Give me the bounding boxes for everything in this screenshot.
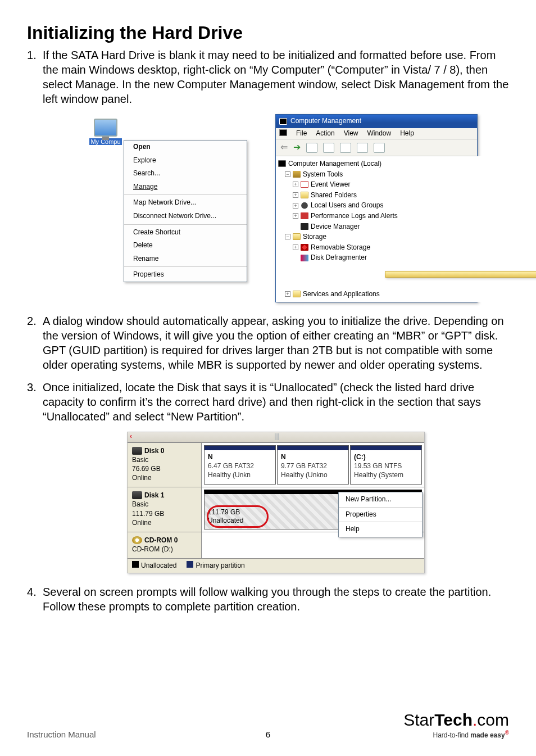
computer-icon bbox=[278, 160, 286, 167]
menu-delete[interactable]: Delete bbox=[124, 239, 247, 252]
folder-icon bbox=[301, 192, 308, 198]
expand-icon[interactable]: + bbox=[293, 245, 298, 250]
tree-shared-folders[interactable]: +Shared Folders bbox=[278, 190, 536, 201]
highlight-circle bbox=[207, 505, 269, 528]
tree-df-label: Disk Defragmenter bbox=[311, 252, 367, 263]
collapse-icon[interactable]: − bbox=[285, 234, 290, 239]
menu-disconnect-drive[interactable]: Disconnect Network Drive... bbox=[124, 210, 247, 223]
tree-systools-label: System Tools bbox=[303, 169, 343, 180]
storage-icon bbox=[293, 233, 301, 240]
menu-open[interactable]: Open bbox=[124, 141, 247, 154]
toolbar-button-4[interactable] bbox=[357, 143, 368, 153]
partition-0c[interactable]: (C:)19.53 GB NTFSHealthy (System bbox=[350, 445, 422, 485]
tree-panel: Computer Management (Local) −System Tool… bbox=[276, 156, 536, 302]
disk-icon bbox=[132, 491, 142, 499]
menu-help[interactable]: Help bbox=[400, 129, 414, 138]
disk0-header[interactable]: Disk 0 Basic 76.69 GB Online bbox=[128, 443, 202, 487]
toolbar-button-1[interactable] bbox=[306, 143, 317, 153]
tree-services[interactable]: +Services and Applications bbox=[278, 289, 536, 300]
menu-properties[interactable]: Properties bbox=[124, 268, 247, 282]
menu-rename[interactable]: Rename bbox=[124, 252, 247, 266]
menu-manage[interactable]: Manage bbox=[124, 180, 247, 194]
context-menu: Open Explore Search... Manage Map Networ… bbox=[124, 140, 247, 282]
cdrom-sub: CD-ROM (D:) bbox=[132, 545, 197, 554]
menu-window[interactable]: Window bbox=[367, 129, 392, 138]
page-number: 6 bbox=[266, 730, 270, 739]
tree-perf-logs[interactable]: +Performance Logs and Alerts bbox=[278, 211, 536, 221]
back-icon[interactable]: ⇐ bbox=[280, 142, 288, 153]
disk0-size: 76.69 GB bbox=[132, 464, 197, 473]
menu-explore[interactable]: Explore bbox=[124, 154, 247, 168]
p0a-status: Healthy (Unkn bbox=[208, 471, 251, 479]
tree-svc-label: Services and Applications bbox=[303, 289, 380, 300]
toolbar-button-2[interactable] bbox=[323, 143, 334, 153]
disk0-type: Basic bbox=[132, 455, 197, 464]
toolbar-button-3[interactable] bbox=[340, 143, 351, 153]
scroll-left-icon[interactable]: ‹ bbox=[130, 432, 132, 441]
tree-disk-management[interactable]: Disk Management bbox=[278, 263, 536, 289]
menu-properties[interactable]: Properties bbox=[339, 508, 422, 522]
cdrom-header[interactable]: CD-ROM 0 CD-ROM (D:) bbox=[128, 532, 202, 558]
menu-help[interactable]: Help bbox=[339, 522, 422, 537]
expand-icon[interactable]: + bbox=[293, 192, 298, 198]
footer-label: Instruction Manual bbox=[27, 730, 96, 739]
expand-icon[interactable]: + bbox=[285, 291, 290, 297]
registered-icon: ® bbox=[505, 730, 509, 736]
tree-local-users[interactable]: +Local Users and Groups bbox=[278, 200, 536, 211]
expand-icon[interactable]: + bbox=[293, 203, 298, 209]
mycomputer-screenshot: My Compu Open Explore Search... Manage M… bbox=[90, 140, 253, 302]
partition-0a[interactable]: N6.47 GB FAT32Healthy (Unkn bbox=[204, 445, 276, 485]
brand-part3: com bbox=[477, 710, 509, 729]
disk-mgmt-icon bbox=[385, 271, 536, 278]
tree-lu-label: Local Users and Groups bbox=[311, 200, 383, 211]
step-2: A dialog window should automatically app… bbox=[27, 314, 509, 372]
tree-rs-label: Removable Storage bbox=[311, 242, 370, 253]
tagline-part2: made easy bbox=[470, 731, 505, 739]
brand-tagline: Hard-to-find made easy® bbox=[403, 730, 509, 739]
mycomputer-icon: My Compu bbox=[89, 119, 122, 146]
tree-storage[interactable]: −Storage bbox=[278, 232, 536, 242]
tree-device-manager[interactable]: Device Manager bbox=[278, 221, 536, 232]
expand-icon[interactable]: + bbox=[293, 213, 298, 219]
tree-event-viewer[interactable]: +Event Viewer bbox=[278, 179, 536, 190]
defrag-icon bbox=[301, 255, 308, 261]
app-icon bbox=[279, 118, 287, 125]
menu-file[interactable]: File bbox=[296, 129, 307, 138]
step-3-text: Once initialized, locate the Disk that s… bbox=[43, 381, 481, 423]
scroll-grip-icon[interactable]: ||| bbox=[274, 432, 279, 441]
window-title: Computer Management bbox=[290, 117, 361, 126]
menu-search[interactable]: Search... bbox=[124, 167, 247, 180]
scrollbar[interactable]: ‹ ||| bbox=[128, 432, 424, 442]
forward-icon[interactable]: ➔ bbox=[293, 142, 301, 153]
disk1-name: Disk 1 bbox=[144, 491, 164, 500]
brand-part1: Star bbox=[403, 710, 434, 729]
tree-removable-storage[interactable]: +Removable Storage bbox=[278, 242, 536, 253]
menu-new-partition[interactable]: New Partition... bbox=[339, 492, 422, 507]
tree-system-tools[interactable]: −System Tools bbox=[278, 169, 536, 180]
monitor-icon bbox=[94, 119, 117, 137]
collapse-icon[interactable]: − bbox=[285, 171, 290, 177]
footer: Instruction Manual 6 StarTech.com Hard-t… bbox=[27, 710, 509, 739]
window-titlebar: Computer Management bbox=[276, 115, 477, 128]
menu-map-drive[interactable]: Map Network Drive... bbox=[124, 196, 247, 210]
unallocated-region[interactable]: 111.79 GB Unallocated New Partition... P… bbox=[204, 490, 422, 529]
partition-0b[interactable]: N9.77 GB FAT32Healthy (Unkno bbox=[277, 445, 349, 485]
tree-root[interactable]: Computer Management (Local) bbox=[278, 159, 536, 169]
disk-row-1: Disk 1 Basic 111.79 GB Online 111.79 GB … bbox=[128, 487, 424, 532]
app-icon-small bbox=[279, 129, 287, 136]
brand-part2: Tech bbox=[434, 710, 473, 729]
event-viewer-icon bbox=[301, 181, 308, 188]
disk-management-screenshot: ‹ ||| Disk 0 Basic 76.69 GB Online N6.47… bbox=[127, 432, 425, 573]
menu-action[interactable]: Action bbox=[316, 129, 334, 138]
menu-create-shortcut[interactable]: Create Shortcut bbox=[124, 226, 247, 239]
tree-disk-defrag[interactable]: Disk Defragmenter bbox=[278, 252, 536, 263]
removable-icon bbox=[301, 244, 308, 251]
disk1-status: Online bbox=[132, 518, 197, 527]
tagline-part1: Hard-to-find bbox=[433, 731, 471, 739]
disk1-header[interactable]: Disk 1 Basic 111.79 GB Online bbox=[128, 487, 202, 532]
p0b-letter: N bbox=[281, 453, 286, 461]
menu-view[interactable]: View bbox=[344, 129, 358, 138]
toolbar-button-5[interactable] bbox=[374, 143, 385, 153]
partition-context-menu: New Partition... Properties Help bbox=[338, 492, 423, 537]
expand-icon[interactable]: + bbox=[293, 182, 298, 187]
